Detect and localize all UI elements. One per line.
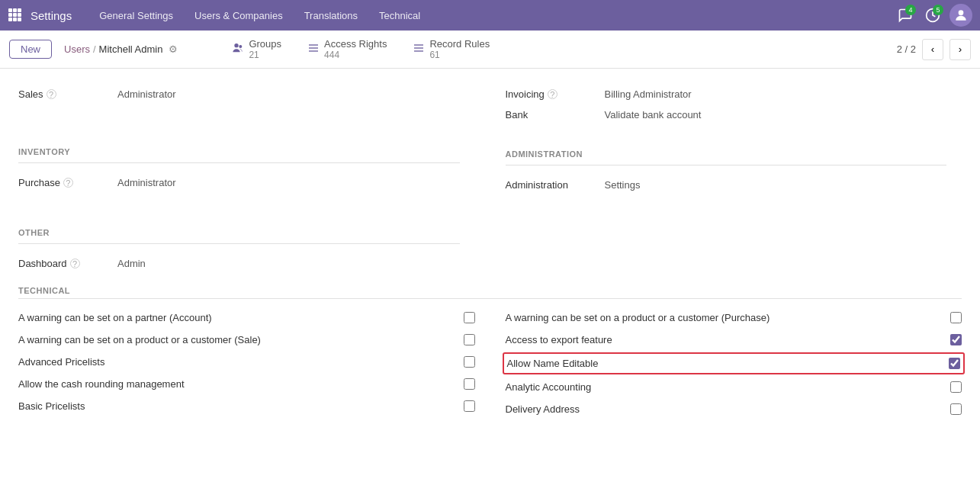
tech-label-1: A warning can be set on a product or a c… xyxy=(18,334,443,345)
activities-badge: 5 xyxy=(933,5,943,15)
sales-label: Sales ? xyxy=(18,88,110,100)
tab-access-rights[interactable]: Access Rights 444 xyxy=(296,33,398,66)
invoicing-help-icon[interactable]: ? xyxy=(548,89,557,99)
dashboard-field-row: Dashboard ? Admin xyxy=(18,253,460,274)
svg-rect-7 xyxy=(13,18,17,21)
next-button[interactable]: › xyxy=(949,39,971,60)
app-title: Settings xyxy=(31,9,72,22)
tab-record-rules[interactable]: Record Rules 61 xyxy=(401,33,501,66)
tab-groups[interactable]: Groups 21 xyxy=(220,33,293,66)
inventory-section-label: INVENTORY xyxy=(18,147,460,156)
tab-groups-label: Groups xyxy=(249,38,281,50)
right-column: Invoicing ? Billing Administrator Bank V… xyxy=(506,84,962,274)
messages-badge: 4 xyxy=(905,5,916,15)
pagination-text: 2 / 2 xyxy=(897,43,916,55)
messages-icon[interactable]: 4 xyxy=(895,5,916,26)
tabs-area: Groups 21 Access Rights 444 xyxy=(220,33,501,66)
invoicing-field-row: Invoicing ? Billing Administrator xyxy=(506,84,947,104)
tech-checkbox-r4[interactable] xyxy=(950,403,962,415)
svg-rect-3 xyxy=(8,13,12,17)
nav-users-companies[interactable]: Users & Companies xyxy=(185,7,292,24)
tech-row-r1: Access to export feature xyxy=(506,329,962,351)
technical-right-col: A warning can be set on a product or a c… xyxy=(506,307,962,420)
breadcrumb-current: Mitchell Admin xyxy=(99,43,163,55)
top-navigation: Settings General Settings Users & Compan… xyxy=(0,0,980,31)
tech-label-0: A warning can be set on a partner (Accou… xyxy=(18,312,443,323)
nav-general-settings[interactable]: General Settings xyxy=(90,7,182,24)
main-content: Sales ? Administrator INVENTORY Purchase… xyxy=(0,69,980,498)
tech-label-r3: Analytic Accounting xyxy=(506,381,930,393)
tech-row-2: Advanced Pricelists xyxy=(18,351,475,373)
tech-checkbox-r1[interactable] xyxy=(950,334,962,345)
other-section-label: OTHER xyxy=(18,228,460,237)
tech-label-r4: Delivery Address xyxy=(506,403,930,415)
nav-technical[interactable]: Technical xyxy=(370,7,429,24)
access-rights-icon xyxy=(307,42,320,56)
administration-field-row: Administration Settings xyxy=(506,175,947,195)
nav-translations[interactable]: Translations xyxy=(295,7,367,24)
tab-access-rights-label: Access Rights xyxy=(324,38,387,50)
activities-icon[interactable]: 5 xyxy=(922,5,943,26)
tech-label-r1: Access to export feature xyxy=(506,334,930,345)
tech-label-4: Basic Pricelists xyxy=(18,400,443,412)
tech-checkbox-3[interactable] xyxy=(464,378,475,390)
tech-row-r0: A warning can be set on a product or a c… xyxy=(506,307,962,329)
dashboard-label: Dashboard ? xyxy=(18,258,110,269)
gear-icon[interactable]: ⚙ xyxy=(169,43,178,55)
tech-checkbox-4[interactable] xyxy=(464,400,475,412)
action-bar: New Users / Mitchell Admin ⚙ Groups 21 xyxy=(0,31,980,69)
tech-row-0: A warning can be set on a partner (Accou… xyxy=(18,307,475,329)
svg-point-10 xyxy=(959,10,964,15)
prev-button[interactable]: ‹ xyxy=(922,39,943,60)
pagination: 2 / 2 ‹ › xyxy=(897,39,971,60)
tech-checkbox-2[interactable] xyxy=(464,356,475,368)
grid-icon[interactable] xyxy=(8,8,21,24)
bank-field-row: Bank Validate bank account xyxy=(506,104,947,125)
tab-access-rights-count: 444 xyxy=(324,50,387,60)
tech-checkbox-r3[interactable] xyxy=(950,381,962,393)
administration-label: Administration xyxy=(506,179,597,191)
tab-groups-count: 21 xyxy=(249,50,281,60)
svg-rect-0 xyxy=(8,8,12,12)
sales-value: Administrator xyxy=(117,88,176,100)
sales-field-row: Sales ? Administrator xyxy=(18,84,460,104)
dashboard-value: Admin xyxy=(117,258,146,269)
tech-row-3: Allow the cash rounding management xyxy=(18,373,475,395)
breadcrumb-parent[interactable]: Users xyxy=(64,43,90,55)
svg-rect-2 xyxy=(18,8,21,12)
purchase-value: Administrator xyxy=(117,177,176,188)
tech-row-4: Basic Pricelists xyxy=(18,395,475,417)
svg-rect-1 xyxy=(13,8,17,12)
dashboard-help-icon[interactable]: ? xyxy=(70,259,80,268)
technical-left-col: A warning can be set on a partner (Accou… xyxy=(18,307,475,420)
user-avatar[interactable] xyxy=(949,4,972,27)
bank-value: Validate bank account xyxy=(605,109,702,120)
invoicing-label: Invoicing ? xyxy=(506,88,597,100)
sales-help-icon[interactable]: ? xyxy=(47,89,56,99)
tech-checkbox-r2[interactable] xyxy=(949,358,960,369)
svg-rect-8 xyxy=(18,18,21,21)
purchase-help-icon[interactable]: ? xyxy=(63,178,73,188)
svg-rect-5 xyxy=(18,13,21,17)
purchase-label: Purchase ? xyxy=(18,177,110,188)
administration-value: Settings xyxy=(605,179,641,191)
tech-checkbox-0[interactable] xyxy=(464,312,475,323)
purchase-field-row: Purchase ? Administrator xyxy=(18,172,460,193)
tech-checkbox-1[interactable] xyxy=(464,334,475,345)
tech-checkbox-r0[interactable] xyxy=(950,312,962,323)
technical-section-label: TECHNICAL xyxy=(18,286,962,299)
tech-row-r4: Delivery Address xyxy=(506,398,962,420)
tech-label-2: Advanced Pricelists xyxy=(18,356,443,368)
administration-section-label: ADMINISTRATION xyxy=(506,149,947,159)
technical-section: TECHNICAL A warning can be set on a part… xyxy=(18,286,962,420)
tab-record-rules-count: 61 xyxy=(429,50,490,60)
tech-row-1: A warning can be set on a product or a c… xyxy=(18,329,475,351)
tech-row-r3: Analytic Accounting xyxy=(506,376,962,398)
svg-rect-4 xyxy=(13,13,17,17)
tech-label-3: Allow the cash rounding management xyxy=(18,378,443,390)
bank-label: Bank xyxy=(506,109,597,120)
new-button[interactable]: New xyxy=(9,40,52,59)
tech-row-r2-highlighted: Allow Name Editable xyxy=(503,352,966,374)
svg-point-11 xyxy=(235,43,239,47)
tab-record-rules-label: Record Rules xyxy=(429,38,490,50)
